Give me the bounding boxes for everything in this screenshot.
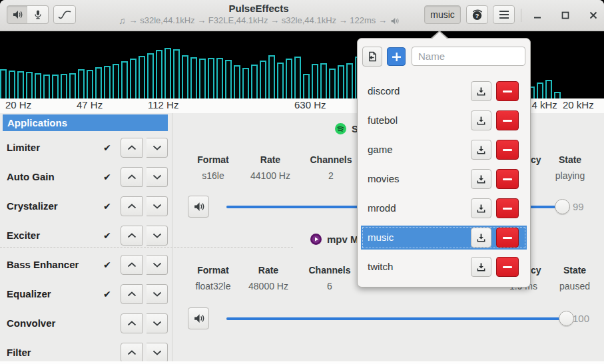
move-up-button[interactable] (121, 343, 143, 363)
spotify-icon (335, 123, 346, 134)
remove-preset-button[interactable] (496, 140, 519, 160)
preset-row[interactable]: music (358, 223, 530, 252)
preset-name-input[interactable] (412, 47, 525, 66)
plugin-enabled-check: ✔ (103, 196, 111, 217)
spectrum-bar (173, 49, 180, 98)
spectrum-bar (286, 59, 292, 98)
plugin-label: Convolver (7, 313, 55, 334)
microphone-icon (33, 9, 43, 20)
add-preset-button[interactable] (387, 47, 406, 66)
column-header: State (559, 265, 590, 275)
hamburger-menu-button[interactable] (493, 5, 515, 24)
volume-slider-handle[interactable] (555, 199, 570, 214)
column-value: 48000 Hz (248, 281, 288, 291)
download-icon (476, 233, 486, 243)
sidebar-item-applications[interactable]: Applications (3, 114, 168, 131)
download-icon (476, 204, 486, 214)
header-separator (521, 9, 521, 22)
move-up-button[interactable] (121, 255, 143, 275)
load-preset-button[interactable] (471, 228, 491, 248)
load-preset-button[interactable] (471, 169, 491, 189)
chevron-down-icon (152, 233, 162, 238)
chevron-down-icon (152, 350, 162, 355)
import-icon (367, 51, 378, 62)
volume-slider[interactable] (226, 317, 570, 320)
remove-preset-button[interactable] (496, 110, 519, 130)
preset-list: discord futebol game (358, 77, 530, 281)
volume-icon (193, 313, 204, 324)
remove-preset-button[interactable] (496, 228, 519, 248)
mute-button[interactable] (188, 196, 209, 218)
minus-icon (503, 149, 512, 151)
pipeline-tab-button[interactable] (53, 5, 76, 24)
volume-slider-handle[interactable] (559, 311, 574, 326)
spectrum-bar (190, 57, 197, 98)
spectrum-bar (208, 58, 214, 98)
remove-preset-button[interactable] (496, 169, 519, 189)
spectrum-bar (69, 73, 76, 98)
move-down-button[interactable] (147, 138, 168, 158)
load-preset-button[interactable] (471, 110, 491, 130)
chevron-up-icon (127, 204, 137, 209)
svg-text:?: ? (475, 12, 479, 19)
column-header: Channels (308, 265, 350, 275)
plus-icon (392, 53, 401, 61)
presets-menu-button[interactable]: music (424, 5, 461, 24)
preset-row[interactable]: twitch (358, 252, 530, 281)
input-tab-button[interactable] (27, 5, 49, 24)
help-icon: ? (471, 9, 483, 21)
plugin-label: Limiter (7, 137, 40, 158)
column-value: float32le (196, 281, 231, 291)
column-header: State (555, 154, 585, 165)
load-preset-button[interactable] (471, 257, 491, 277)
move-up-button[interactable] (121, 313, 143, 333)
app-info-column: Formats16le (197, 154, 228, 181)
preset-row[interactable]: game (358, 135, 530, 164)
move-up-button[interactable] (121, 196, 143, 216)
preset-row[interactable]: discord (358, 77, 530, 106)
remove-preset-button[interactable] (496, 81, 519, 101)
move-down-button[interactable] (147, 313, 168, 333)
remove-preset-button[interactable] (496, 257, 519, 277)
import-preset-button[interactable] (362, 47, 382, 67)
move-down-button[interactable] (147, 284, 168, 304)
preset-row[interactable]: futebol (358, 106, 530, 135)
help-button[interactable]: ? (466, 5, 488, 24)
move-down-button[interactable] (147, 167, 168, 187)
minus-icon (503, 266, 512, 268)
pipeline-text: → s32le,44.1kHz → F32LE,44.1kHz → s32le,… (129, 15, 387, 27)
preset-row[interactable]: mrodd (358, 194, 530, 223)
plugin-row: Limiter ✔ (0, 137, 172, 158)
column-header: Format (196, 265, 231, 275)
close-button[interactable] (586, 8, 601, 23)
move-up-button[interactable] (121, 167, 143, 187)
output-tab-button[interactable] (7, 5, 28, 24)
spectrum-bar (95, 67, 102, 98)
load-preset-button[interactable] (471, 198, 491, 218)
move-down-button[interactable] (147, 255, 168, 275)
chevron-down-icon (152, 145, 162, 150)
move-down-button[interactable] (147, 343, 168, 363)
load-preset-button[interactable] (471, 81, 491, 101)
spectrum-bar (225, 60, 232, 98)
column-value: playing (555, 170, 585, 181)
plugin-label: Exciter (7, 225, 40, 246)
spectrum-bar (156, 50, 162, 98)
spectrum-bar (537, 83, 543, 98)
preset-row[interactable]: movies (358, 164, 530, 194)
remove-preset-button[interactable] (496, 198, 519, 218)
spectrum-bar (545, 80, 552, 98)
mute-button[interactable] (188, 307, 209, 329)
move-up-button[interactable] (121, 138, 143, 158)
move-up-button[interactable] (121, 284, 143, 304)
spectrum-bar (87, 70, 93, 98)
minimize-button[interactable] (530, 8, 545, 23)
chevron-up-icon (127, 233, 137, 238)
maximize-button[interactable] (558, 8, 573, 23)
load-preset-button[interactable] (471, 140, 491, 160)
move-up-button[interactable] (121, 226, 143, 246)
spectrum-bar (268, 55, 275, 98)
move-down-button[interactable] (147, 196, 168, 216)
spectrum-bar (312, 64, 318, 98)
move-down-button[interactable] (147, 226, 168, 246)
